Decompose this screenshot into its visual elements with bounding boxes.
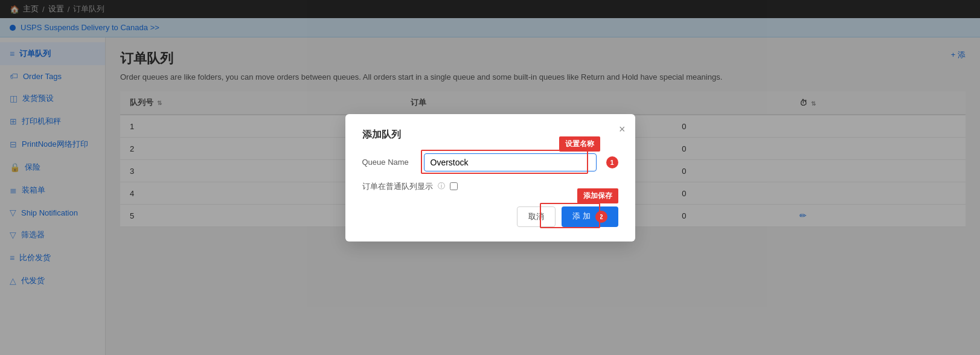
add-button-label: 添 加 (572, 211, 591, 220)
queue-name-input[interactable] (424, 153, 597, 171)
annotation-badge-2: 2 (595, 211, 607, 223)
add-button[interactable]: 添 加 2 (562, 206, 618, 227)
annotation-badge-1: 1 (606, 156, 618, 168)
modal-actions: 取消 添 加 2 (362, 206, 618, 227)
show-in-queue-checkbox[interactable] (450, 182, 458, 190)
queue-name-label: Queue Name (362, 158, 417, 167)
checkbox-label: 订单在普通队列显示 (362, 181, 433, 192)
cancel-button[interactable]: 取消 (517, 206, 556, 227)
info-icon: ⓘ (438, 181, 445, 191)
queue-name-row: Queue Name 1 (362, 153, 618, 171)
modal-close-button[interactable]: × (619, 124, 626, 135)
show-in-queue-row: 订单在普通队列显示 ⓘ (362, 181, 618, 192)
modal-title: 添加队列 (362, 129, 618, 141)
modal-overlay[interactable]: 添加队列 × Queue Name 1 设置名称 订单在普通队列显示 ⓘ 取消 … (0, 0, 980, 355)
add-queue-modal: 添加队列 × Queue Name 1 设置名称 订单在普通队列显示 ⓘ 取消 … (345, 114, 635, 241)
